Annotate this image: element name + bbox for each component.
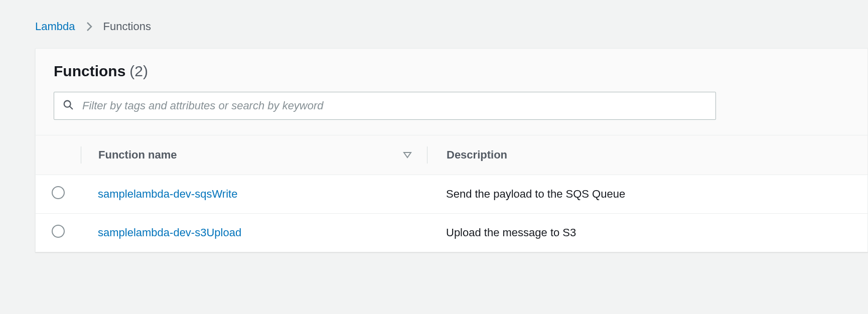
breadcrumb-current: Functions (103, 20, 151, 33)
breadcrumb: Lambda Functions (0, 0, 868, 33)
row-select-radio[interactable] (52, 186, 65, 199)
table-row: samplelambda-dev-s3Upload Upload the mes… (36, 214, 867, 252)
chevron-right-icon (86, 22, 92, 32)
column-description[interactable]: Description (427, 135, 867, 175)
search-icon (63, 99, 74, 112)
functions-panel: Functions (2) Function name (35, 48, 868, 252)
function-description: Upload the message to S3 (446, 226, 576, 239)
column-description-label: Description (447, 148, 507, 162)
column-name-label: Function name (98, 148, 177, 162)
page-title: Functions (2) (54, 63, 849, 80)
column-select (36, 135, 81, 175)
svg-line-1 (70, 106, 72, 109)
svg-marker-2 (404, 152, 411, 158)
table-row: samplelambda-dev-sqsWrite Send the paylo… (36, 175, 867, 214)
functions-table: Function name Description (36, 135, 867, 252)
row-select-radio[interactable] (52, 225, 65, 238)
search-input[interactable] (54, 92, 716, 120)
sort-descending-icon (403, 151, 412, 159)
column-function-name[interactable]: Function name (81, 135, 427, 175)
search-container (54, 92, 716, 120)
title-count: (2) (129, 63, 148, 80)
function-name-link[interactable]: samplelambda-dev-s3Upload (98, 226, 241, 239)
title-text: Functions (54, 63, 125, 80)
breadcrumb-root-link[interactable]: Lambda (35, 20, 75, 33)
panel-header: Functions (2) (36, 49, 867, 135)
function-description: Send the payload to the SQS Queue (446, 188, 625, 200)
function-name-link[interactable]: samplelambda-dev-sqsWrite (98, 188, 237, 200)
